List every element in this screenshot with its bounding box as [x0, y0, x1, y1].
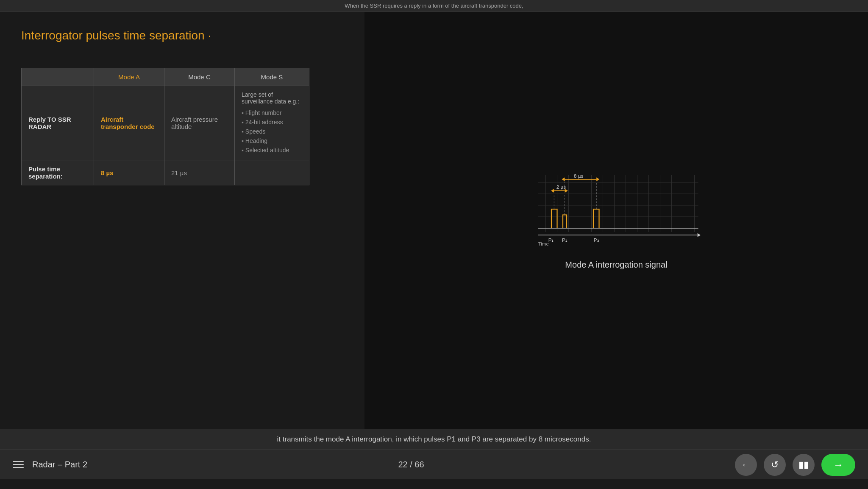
svg-text:2 µs: 2 µs: [556, 184, 566, 190]
subtitle-bar: it transmits the mode A interrogation, i…: [0, 429, 868, 450]
svg-text:P₃: P₃: [594, 237, 599, 243]
page-title: Interrogator pulses time separation ·: [21, 29, 343, 42]
modeS-item-1: 24-bit address: [242, 117, 302, 127]
subtitle-text: it transmits the mode A interrogation, i…: [277, 435, 591, 443]
row-reply-modeA: Aircraft transponder code: [94, 86, 164, 160]
svg-marker-21: [698, 233, 701, 237]
diagram-label: Mode A interrogation signal: [565, 260, 667, 270]
page-indicator: 22 / 66: [398, 460, 424, 469]
row-pulse-label: Pulse time separation:: [22, 160, 94, 185]
replay-button[interactable]: ↺: [764, 454, 786, 476]
modeA-pulse-value: 8 µs: [101, 169, 114, 176]
modeA-reply-value: Aircraft transponder code: [101, 116, 155, 130]
svg-marker-25: [551, 189, 554, 193]
modeS-item-4: Selected altitude: [242, 145, 302, 155]
table-row-pulse: Pulse time separation: 8 µs 21 µs: [22, 160, 309, 185]
signal-diagram: 2 µs 8 µs P₁ P₂ P₃ Time: [527, 171, 705, 247]
row-reply-modeC: Aircraft pressure altitude: [164, 86, 234, 160]
right-panel: 2 µs 8 µs P₁ P₂ P₃ Time Mode A interroga…: [364, 12, 868, 429]
top-banner: When the SSR requires a reply in a form …: [0, 0, 868, 12]
row-pulse-modeS: [234, 160, 309, 185]
svg-marker-32: [596, 177, 599, 181]
row-pulse-modeC: 21 µs: [164, 160, 234, 185]
banner-text: When the SSR requires a reply in a form …: [345, 3, 523, 9]
data-table: Mode A Mode C Mode S Reply TO SSR RADAR …: [21, 68, 309, 185]
col-header-empty: [22, 68, 94, 86]
nav-right: ← ↺ ▮▮ →: [735, 454, 855, 476]
course-title: Radar – Part 2: [32, 460, 87, 469]
col-header-modeC: Mode C: [164, 68, 234, 86]
svg-marker-31: [562, 177, 565, 181]
col-header-modeA: Mode A: [94, 68, 164, 86]
svg-text:P₂: P₂: [562, 237, 568, 243]
left-panel: Interrogator pulses time separation · Mo…: [0, 12, 364, 429]
prev-button[interactable]: ←: [735, 454, 757, 476]
table-row-reply: Reply TO SSR RADAR Aircraft transponder …: [22, 86, 309, 160]
modeS-list: Flight number 24-bit address Speeds Head…: [242, 108, 302, 155]
nav-left: Radar – Part 2: [13, 460, 87, 469]
next-button[interactable]: →: [821, 454, 855, 476]
modeS-intro: Large set of surveillance data e.g.:: [242, 91, 302, 105]
menu-icon[interactable]: [13, 461, 24, 468]
modeS-item-3: Heading: [242, 136, 302, 145]
col-header-modeS: Mode S: [234, 68, 309, 86]
nav-bar: Radar – Part 2 22 / 66 ← ↺ ▮▮ →: [0, 450, 868, 479]
row-pulse-modeA: 8 µs: [94, 160, 164, 185]
pause-button[interactable]: ▮▮: [793, 454, 815, 476]
modeS-item-0: Flight number: [242, 108, 302, 117]
svg-text:P₁: P₁: [548, 237, 554, 243]
row-reply-label: Reply TO SSR RADAR: [22, 86, 94, 160]
modeS-item-2: Speeds: [242, 127, 302, 136]
svg-text:Time: Time: [538, 241, 549, 246]
row-reply-modeS: Large set of surveillance data e.g.: Fli…: [234, 86, 309, 160]
svg-text:8 µs: 8 µs: [574, 173, 583, 179]
